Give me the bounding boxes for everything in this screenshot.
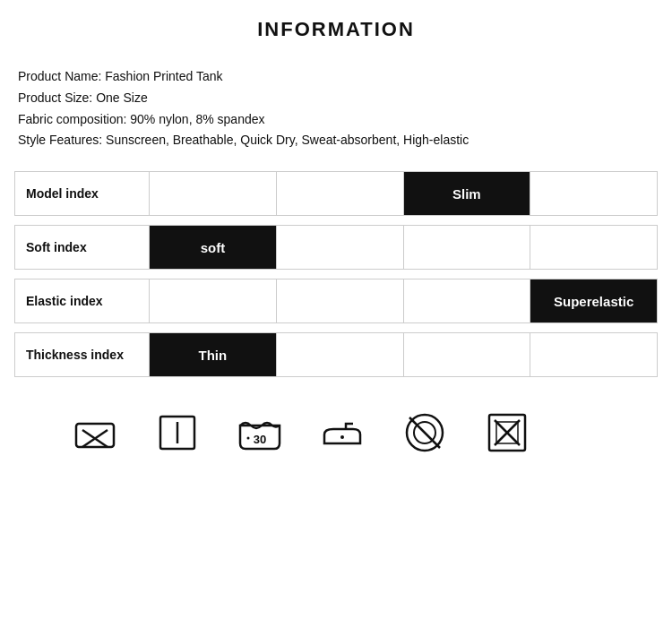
- index-label-3: Thickness index: [15, 333, 150, 376]
- index-cell-1-0: soft: [150, 226, 277, 269]
- index-cell-2-3: Superelastic: [530, 279, 657, 322]
- index-cell-0-1: [277, 172, 404, 215]
- index-cell-2-1: [277, 279, 404, 322]
- no-wash-icon: [68, 406, 122, 460]
- index-cell-3-0: Thin: [150, 333, 277, 376]
- index-cell-2-0: [150, 279, 277, 322]
- care-icons: 30: [14, 386, 658, 460]
- index-label-0: Model index: [15, 172, 150, 215]
- svg-point-6: [247, 437, 250, 440]
- index-cell-0-0: [150, 172, 277, 215]
- index-cell-0-3: [530, 172, 657, 215]
- index-cells-0: Slim: [150, 172, 657, 215]
- page-title: INFORMATION: [14, 18, 658, 41]
- index-cell-3-3: [530, 333, 657, 376]
- index-cells-3: Thin: [150, 333, 657, 376]
- index-cell-1-1: [277, 226, 404, 269]
- index-rows: Model indexSlimSoft indexsoftElastic ind…: [14, 171, 658, 377]
- page: INFORMATION Product Name: Fashion Printe…: [0, 0, 672, 619]
- index-row-0: Model indexSlim: [14, 171, 658, 216]
- product-size: Product Size: One Size: [18, 88, 658, 109]
- machine-wash-gentle-icon: [151, 406, 204, 460]
- index-row-3: Thickness indexThin: [14, 332, 658, 377]
- product-info: Product Name: Fashion Printed Tank Produ…: [14, 66, 658, 151]
- machine-wash-30-icon: 30: [233, 406, 287, 460]
- index-label-1: Soft index: [15, 226, 150, 269]
- product-style: Style Features: Sunscreen, Breathable, Q…: [18, 130, 658, 151]
- no-bleach-icon: [480, 406, 534, 460]
- svg-text:30: 30: [254, 433, 266, 446]
- index-cells-1: soft: [150, 226, 657, 269]
- index-row-1: Soft indexsoft: [14, 225, 658, 270]
- product-name: Product Name: Fashion Printed Tank: [18, 66, 658, 88]
- index-cell-1-3: [530, 226, 657, 269]
- index-cells-2: Superelastic: [150, 279, 657, 322]
- index-cell-3-1: [277, 333, 404, 376]
- index-row-2: Elastic indexSuperelastic: [14, 279, 658, 323]
- iron-low-icon: [315, 406, 369, 460]
- svg-point-7: [340, 435, 344, 439]
- index-label-2: Elastic index: [15, 279, 150, 322]
- svg-rect-0: [76, 424, 114, 447]
- product-fabric: Fabric composition: 90% nylon, 8% spande…: [18, 109, 658, 131]
- no-tumble-dry-icon: [398, 406, 452, 460]
- index-cell-2-2: [404, 279, 531, 322]
- index-cell-1-2: [404, 226, 531, 269]
- index-cell-3-2: [404, 333, 531, 376]
- index-cell-0-2: Slim: [404, 172, 531, 215]
